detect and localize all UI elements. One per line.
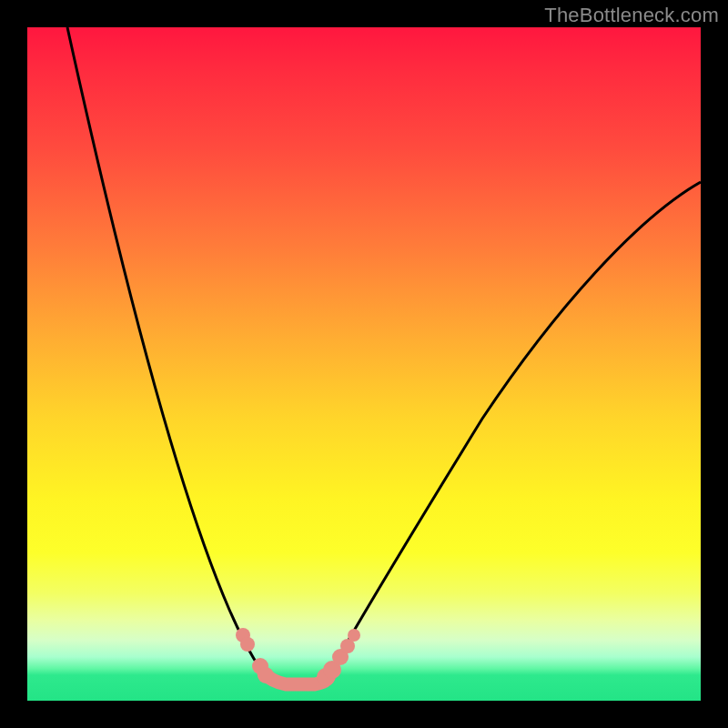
data-marker (348, 629, 360, 642)
curve-right (329, 182, 701, 673)
outer-frame: TheBottleneck.com (0, 0, 728, 728)
data-marker (240, 637, 255, 652)
plot-area (27, 27, 701, 701)
chart-svg (27, 27, 701, 701)
data-marker (258, 667, 274, 683)
curve-left (67, 27, 264, 673)
watermark-text: TheBottleneck.com (544, 4, 719, 27)
